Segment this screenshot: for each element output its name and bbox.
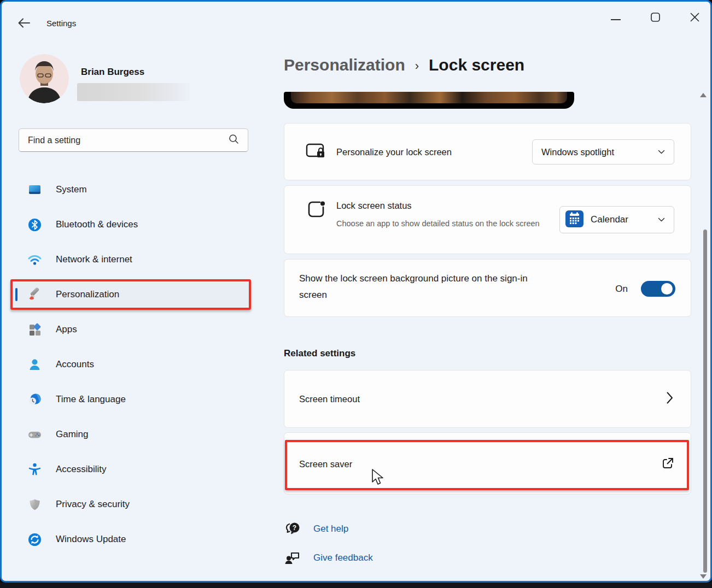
system-laptop-icon <box>27 183 42 197</box>
scrollbar-up-arrow[interactable] <box>700 93 707 97</box>
screen-timeout-row[interactable]: Screen timeout <box>284 370 691 428</box>
sidebar-item-label: Network & internet <box>56 254 132 265</box>
toggle-group: On <box>615 281 675 297</box>
sidebar-item-label: Bluetooth & devices <box>56 219 138 230</box>
sidebar-item-label: Personalization <box>56 289 119 300</box>
gamepad-icon <box>27 427 42 442</box>
svg-text:?: ? <box>293 524 296 532</box>
sidebar-item-label: Privacy & security <box>56 499 130 510</box>
close-icon <box>690 13 699 24</box>
sidebar-item-label: Accounts <box>56 359 94 370</box>
personalize-dropdown[interactable]: Windows spotlight <box>532 139 674 164</box>
minimize-button[interactable] <box>603 2 628 34</box>
help-bubble-icon: ? <box>284 520 302 538</box>
search-input[interactable] <box>19 136 229 145</box>
back-arrow-icon <box>17 22 31 32</box>
titlebar: Settings <box>2 2 710 36</box>
lockscreen-preview-photo <box>291 92 567 103</box>
scrollbar-thumb[interactable] <box>703 230 707 573</box>
link-label: Get help <box>313 524 348 534</box>
desktop-edge-strip <box>0 583 712 588</box>
show-background-toggle-card: Show the lock screen background picture … <box>284 259 691 317</box>
sidebar-item-apps[interactable]: Apps <box>13 317 249 342</box>
toggle-state-label: On <box>615 284 628 295</box>
link-label: Give feedback <box>313 552 373 563</box>
row-label: Screen saver <box>299 459 352 469</box>
feedback-person-icon <box>284 549 302 567</box>
chevron-down-icon <box>658 215 665 225</box>
paintbrush-icon <box>27 287 42 302</box>
minimize-icon <box>610 13 621 23</box>
apps-grid-icon <box>27 322 42 337</box>
shield-icon <box>27 497 42 512</box>
avatar[interactable] <box>20 54 69 103</box>
sidebar-item-time-language[interactable]: Time & language <box>13 387 249 411</box>
sidebar-item-personalization[interactable]: Personalization <box>13 283 249 307</box>
status-square-dot-icon <box>305 199 327 221</box>
give-feedback-link[interactable]: Give feedback <box>284 549 373 567</box>
sidebar-item-bluetooth[interactable]: Bluetooth & devices <box>13 213 249 237</box>
maximize-icon <box>651 13 660 24</box>
sidebar-item-network[interactable]: Network & internet <box>13 248 249 272</box>
get-help-link[interactable]: ? Get help <box>284 520 348 538</box>
row-label: Screen timeout <box>299 394 360 404</box>
person-icon <box>27 357 42 372</box>
sidebar-item-accessibility[interactable]: Accessibility <box>13 457 249 481</box>
personalize-lock-screen-card: Personalize your lock screen Windows spo… <box>284 123 691 180</box>
maximize-button[interactable] <box>643 2 668 34</box>
external-link-icon <box>661 457 674 472</box>
window-title: Settings <box>46 19 76 28</box>
selected-indicator <box>15 288 17 301</box>
dropdown-value: Calendar <box>591 214 658 225</box>
user-name: Brian Burgess <box>81 67 144 78</box>
lockscreen-preview-image <box>284 92 574 109</box>
lock-screen-status-card: Lock screen status Choose an app to show… <box>284 185 691 254</box>
sidebar-item-label: Gaming <box>56 429 89 440</box>
screen-saver-row[interactable]: Screen saver <box>284 432 691 495</box>
sidebar-item-label: Time & language <box>56 394 126 405</box>
clock-globe-icon <box>27 392 42 407</box>
page-title: Lock screen <box>429 56 524 74</box>
card-title: Personalize your lock screen <box>336 147 452 157</box>
calendar-icon <box>565 209 584 231</box>
sidebar-item-label: Windows Update <box>56 534 126 545</box>
card-title: Lock screen status <box>336 201 412 211</box>
sidebar-item-privacy[interactable]: Privacy & security <box>13 492 249 516</box>
sidebar-item-label: Apps <box>56 324 77 335</box>
sidebar-item-system[interactable]: System <box>13 178 249 202</box>
lockscreen-monitor-icon <box>305 141 327 163</box>
search-box[interactable] <box>19 128 248 152</box>
user-email-blurred <box>77 83 190 101</box>
card-description: Choose an app to show detailed status on… <box>336 217 543 231</box>
sidebar-item-accounts[interactable]: Accounts <box>13 352 249 377</box>
scrollbar-down-arrow[interactable] <box>700 574 707 579</box>
wifi-icon <box>27 252 42 267</box>
red-highlight-box <box>10 279 251 310</box>
sidebar-item-label: System <box>56 184 87 195</box>
chevron-right-icon <box>667 392 673 406</box>
status-app-dropdown[interactable]: Calendar <box>559 206 674 233</box>
settings-window: Settings Bri <box>0 0 712 583</box>
sidebar-item-gaming[interactable]: Gaming <box>13 422 249 446</box>
back-button[interactable] <box>17 16 32 31</box>
sidebar-nav: System Bluetooth & devices Network & int… <box>13 178 249 562</box>
toggle-knob <box>661 283 673 295</box>
accessibility-person-icon <box>27 462 42 477</box>
breadcrumb-parent[interactable]: Personalization <box>284 56 405 74</box>
sidebar-item-windows-update[interactable]: Windows Update <box>13 527 249 551</box>
chevron-down-icon <box>658 147 665 157</box>
related-settings-heading: Related settings <box>284 348 355 359</box>
breadcrumb: Personalization › Lock screen <box>284 56 524 74</box>
update-arrows-icon <box>27 532 42 547</box>
background-picture-toggle[interactable] <box>641 281 675 297</box>
toggle-label: Show the lock screen background picture … <box>299 271 534 303</box>
bluetooth-icon <box>27 217 42 232</box>
sidebar-item-label: Accessibility <box>56 464 107 475</box>
dropdown-value: Windows spotlight <box>541 147 614 157</box>
search-icon <box>229 134 239 146</box>
breadcrumb-separator-icon: › <box>415 59 419 73</box>
close-button[interactable] <box>682 2 707 34</box>
